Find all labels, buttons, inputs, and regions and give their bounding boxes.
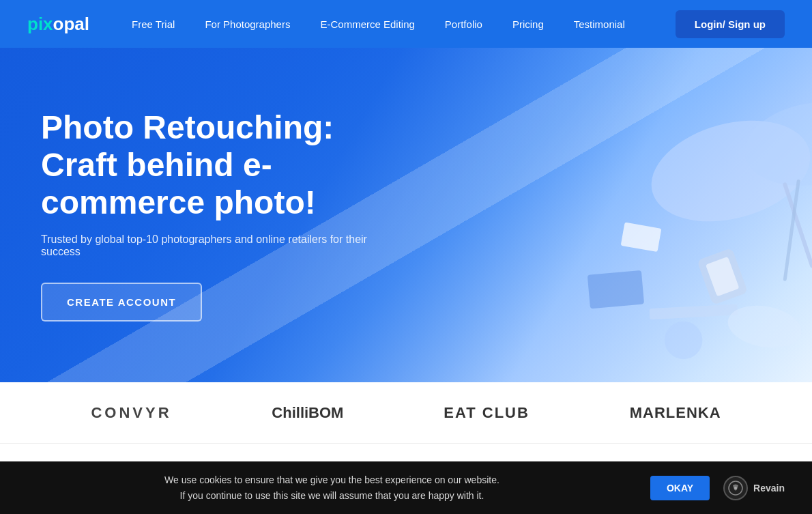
- logo-pix: pix: [27, 14, 53, 34]
- revain-label: Revain: [753, 483, 785, 494]
- navbar: pixopal Free Trial For Photographers E-C…: [0, 0, 812, 48]
- cookie-banner: We use cookies to ensure that we give yo…: [0, 461, 812, 513]
- nav-for-photographers[interactable]: For Photographers: [190, 0, 305, 48]
- cookie-okay-button[interactable]: OKAY: [650, 476, 710, 500]
- nav-links: Free Trial For Photographers E-Commerce …: [117, 0, 676, 48]
- svg-point-9: [665, 322, 703, 360]
- brand-marlenka: MARLENKA: [630, 404, 721, 422]
- svg-rect-6: [588, 270, 644, 309]
- svg-rect-7: [650, 304, 738, 320]
- cookie-line1: We use cookies to ensure that we give yo…: [164, 474, 499, 485]
- cookie-text: We use cookies to ensure that we give yo…: [27, 472, 637, 503]
- login-signup-button[interactable]: Login/ Sign up: [676, 10, 785, 38]
- nav-free-trial[interactable]: Free Trial: [117, 0, 190, 48]
- create-account-button[interactable]: CREATE ACCOUNT: [41, 283, 202, 322]
- brand-chillibom: ChilliBOM: [272, 404, 343, 422]
- nav-pricing[interactable]: Pricing: [497, 0, 559, 48]
- cookie-line2: If you continue to use this site we will…: [180, 490, 484, 501]
- nav-ecommerce-editing[interactable]: E-Commerce Editing: [305, 0, 429, 48]
- svg-rect-8: [621, 222, 662, 252]
- logos-strip: CONVYR ChilliBOM EAT CLUB MARLENKA: [0, 382, 812, 444]
- svg-point-12: [734, 487, 737, 489]
- logo[interactable]: pixopal: [27, 14, 89, 35]
- brand-eatclub: EAT CLUB: [444, 404, 530, 422]
- revain-badge: Revain: [723, 476, 785, 500]
- logo-text: pixopal: [27, 14, 89, 35]
- hero-subtitle: Trusted by global top-10 photographers a…: [41, 233, 368, 258]
- revain-icon: [723, 476, 748, 500]
- nav-testimonial[interactable]: Testimonial: [559, 0, 640, 48]
- hero-title: Photo Retouching: Craft behind e-commerc…: [41, 109, 368, 222]
- logo-opal: opal: [53, 14, 89, 34]
- hero-content: Photo Retouching: Craft behind e-commerc…: [0, 109, 409, 322]
- brand-convyr: CONVYR: [91, 404, 171, 422]
- hero-section: Photo Retouching: Craft behind e-commerc…: [0, 48, 812, 382]
- nav-portfolio[interactable]: Portfolio: [430, 0, 497, 48]
